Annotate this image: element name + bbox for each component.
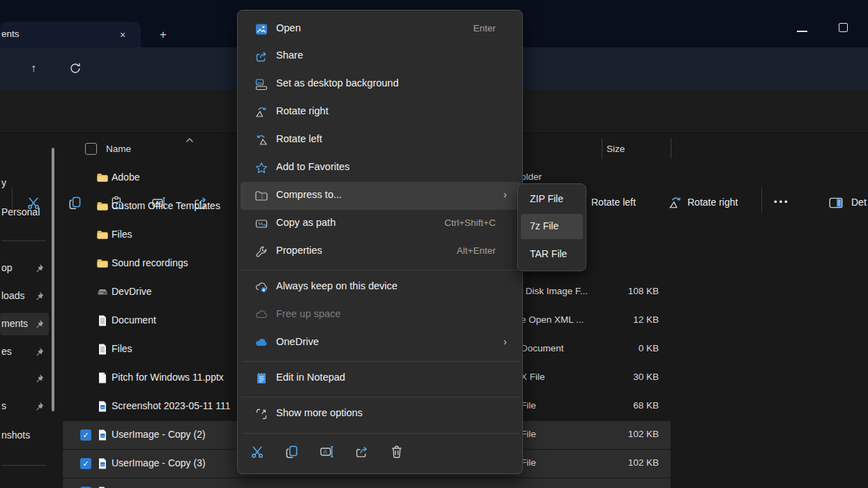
file-name: Files bbox=[112, 229, 132, 240]
document-icon bbox=[96, 314, 109, 327]
cloud-keep-icon bbox=[254, 280, 268, 294]
submenu-item-label: ZIP File bbox=[530, 193, 563, 204]
sidebar-item-desktop[interactable]: op bbox=[0, 257, 49, 280]
menu-item-label: OneDrive bbox=[276, 336, 319, 347]
maximize-button[interactable] bbox=[839, 23, 848, 32]
tab-documents[interactable]: ents × bbox=[0, 22, 141, 47]
file-type: X File bbox=[521, 372, 545, 382]
file-type: l Disk Image F... bbox=[521, 286, 588, 296]
sidebar-item-onedrive-personal[interactable]: Personal bbox=[0, 201, 49, 224]
submenu-item-zip-file[interactable]: ZIP File bbox=[521, 187, 583, 212]
sidebar-item-label: es bbox=[1, 346, 12, 357]
delete-icon[interactable] bbox=[389, 444, 404, 459]
share-icon[interactable] bbox=[354, 444, 370, 459]
submenu-item-tar-file[interactable]: TAR File bbox=[521, 242, 583, 267]
refresh-icon[interactable] bbox=[68, 61, 82, 75]
submenu-item-label: 7z File bbox=[530, 220, 558, 231]
menu-item-always-keep-on-device[interactable]: Always keep on this device bbox=[241, 273, 521, 301]
file-size: 30 KB bbox=[633, 372, 659, 382]
drive-icon bbox=[96, 286, 109, 298]
sidebar-scrollbar[interactable] bbox=[52, 148, 54, 411]
menu-item-add-to-favorites[interactable]: Add to Favorites bbox=[241, 154, 521, 182]
menu-item-open[interactable]: Open Enter bbox=[241, 15, 521, 43]
cloud-outline-icon bbox=[254, 308, 268, 322]
compress-submenu: ZIP File 7z File TAR File bbox=[517, 183, 586, 271]
copy-icon[interactable] bbox=[284, 444, 300, 459]
file-name: Screenshot 2023-05-11 111 bbox=[112, 400, 230, 411]
file-explorer-window: ents × + ↑ OneDrive › Zac bbox=[0, 0, 868, 488]
menu-item-label: Free up space bbox=[276, 308, 341, 319]
menu-item-rotate-right[interactable]: Rotate right bbox=[241, 98, 521, 126]
file-name: Adobe bbox=[112, 171, 139, 183]
sidebar-item-gallery[interactable]: y bbox=[0, 172, 49, 195]
menu-item-shortcut: Ctrl+Shift+C bbox=[444, 218, 496, 228]
sidebar-item-pictures[interactable]: es bbox=[0, 341, 49, 363]
row-checkbox-checked[interactable]: ✓ bbox=[80, 458, 91, 469]
file-type: Document bbox=[521, 343, 564, 353]
sidebar-separator bbox=[1, 465, 46, 466]
folder-icon bbox=[96, 229, 109, 241]
sidebar-item-music[interactable] bbox=[0, 367, 49, 390]
menu-item-edit-in-notepad[interactable]: Edit in Notepad bbox=[241, 365, 521, 392]
menu-item-label: Rotate right bbox=[276, 105, 328, 116]
compress-folder-icon bbox=[254, 189, 268, 203]
see-more-button[interactable]: ••• bbox=[774, 197, 790, 207]
sidebar-item-label: loads bbox=[1, 290, 24, 301]
pin-icon bbox=[34, 346, 45, 357]
file-name: Pitch for Windows 11.pptx bbox=[112, 372, 224, 383]
sidebar-item-label: y bbox=[1, 177, 6, 188]
sidebar-item-downloads[interactable]: loads bbox=[0, 285, 49, 307]
cut-icon[interactable] bbox=[250, 444, 265, 459]
menu-item-properties[interactable]: Properties Alt+Enter bbox=[241, 238, 521, 266]
menu-item-show-more-options[interactable]: Show more options bbox=[241, 400, 521, 428]
file-type: File bbox=[521, 457, 536, 468]
rotate-right-button[interactable]: Rotate right bbox=[687, 197, 738, 208]
menu-item-copy-as-path[interactable]: Copy as path Ctrl+Shift+C bbox=[241, 210, 521, 238]
details-pane-icon[interactable] bbox=[828, 195, 844, 211]
sidebar-item-label: op bbox=[1, 262, 13, 273]
file-type: File bbox=[521, 400, 536, 411]
new-tab-button[interactable]: + bbox=[155, 26, 172, 43]
rotate-left-icon bbox=[254, 133, 268, 147]
sidebar-item-screenshots[interactable]: nshots bbox=[0, 425, 49, 447]
submenu-item-7z-file[interactable]: 7z File bbox=[521, 214, 583, 239]
column-divider[interactable] bbox=[671, 138, 671, 159]
details-pane-button[interactable]: Det bbox=[851, 197, 867, 208]
menu-item-rotate-left[interactable]: Rotate left bbox=[241, 126, 521, 154]
menu-item-set-as-desktop-background[interactable]: Set as desktop background bbox=[241, 70, 521, 98]
folder-icon bbox=[96, 200, 109, 213]
folder-icon bbox=[96, 171, 109, 184]
column-header-name[interactable]: Name bbox=[106, 144, 131, 154]
menu-item-label: Share bbox=[276, 49, 303, 61]
file-size: 68 KB bbox=[633, 400, 659, 411]
sidebar-item-videos[interactable]: s bbox=[0, 395, 49, 418]
image-file-icon bbox=[96, 429, 109, 441]
up-button[interactable]: ↑ bbox=[25, 60, 42, 77]
tab-close-button[interactable]: × bbox=[114, 26, 131, 43]
sidebar-item-documents[interactable]: ments bbox=[0, 313, 49, 335]
menu-item-onedrive[interactable]: OneDrive › bbox=[241, 329, 521, 357]
minimize-button[interactable] bbox=[797, 31, 807, 32]
column-header-size[interactable]: Size bbox=[607, 144, 625, 154]
file-row-selected-partial[interactable]: ✓ bbox=[63, 478, 671, 488]
menu-item-compress-to[interactable]: Compress to... › bbox=[241, 182, 521, 210]
submenu-chevron-icon: › bbox=[503, 335, 507, 347]
sort-ascending-icon bbox=[185, 137, 194, 143]
sidebar-item-label: nshots bbox=[1, 429, 30, 441]
rename-icon[interactable]: A bbox=[319, 444, 335, 459]
menu-separator bbox=[242, 397, 519, 397]
file-icon bbox=[96, 372, 109, 384]
menu-item-share[interactable]: Share bbox=[241, 43, 521, 70]
file-size: 102 KB bbox=[628, 429, 659, 439]
column-divider[interactable] bbox=[602, 138, 602, 159]
svg-text:A: A bbox=[323, 448, 328, 455]
file-name: Sound recordings bbox=[112, 257, 188, 268]
menu-item-shortcut: Enter bbox=[473, 23, 496, 33]
select-all-checkbox[interactable] bbox=[85, 143, 97, 155]
image-file-icon bbox=[96, 400, 109, 413]
row-checkbox-checked[interactable]: ✓ bbox=[80, 429, 91, 441]
file-type: File bbox=[521, 429, 536, 439]
menu-item-label: Compress to... bbox=[276, 189, 342, 200]
toolbar-divider bbox=[761, 188, 762, 213]
file-name: Document bbox=[112, 314, 156, 326]
